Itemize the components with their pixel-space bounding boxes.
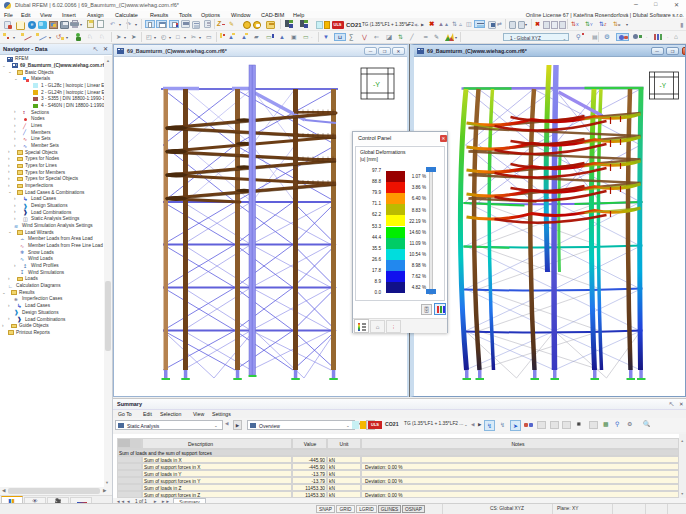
svg-text:-Y: -Y [373, 81, 380, 88]
svg-text:-Y: -Y [660, 82, 667, 89]
